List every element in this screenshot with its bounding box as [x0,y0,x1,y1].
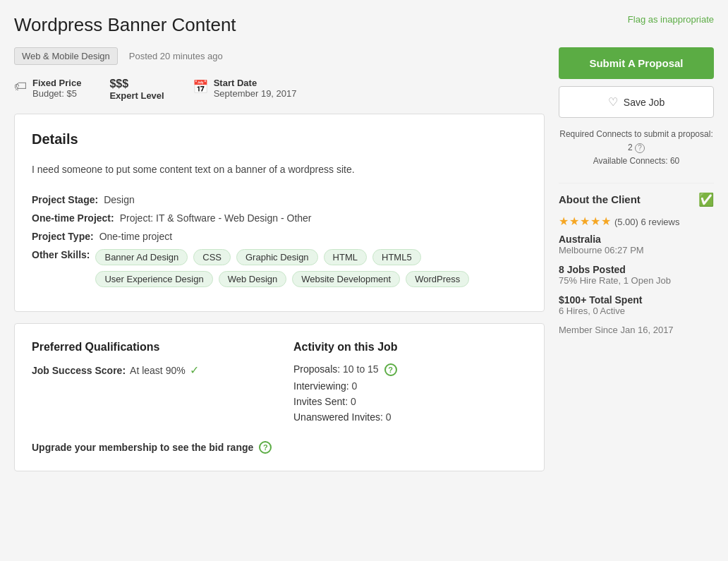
about-client-header: About the Client ✅ [559,192,714,207]
project-stage-label: Project Stage: [32,194,98,205]
one-time-label: One-time Project: [32,212,114,224]
one-time-value: Project: IT & Software - Web Design - Ot… [120,212,312,224]
flag-inappropriate-link[interactable]: Flag as inappropriate [628,14,714,25]
start-date-label: Start Date [214,78,297,88]
total-spent-stat: $100+ Total Spent 6 Hires, 0 Active [559,294,714,316]
job-success-label: Job Success Score: [32,365,126,376]
dollar-sign: $$$ [109,78,164,90]
about-client-section: About the Client ✅ ★★★★★ (5.00) 6 review… [559,192,714,335]
qualifications-title: Preferred Qualifications [32,341,265,354]
upgrade-row: Upgrade your membership to see the bid r… [32,441,527,454]
skills-row-label: Other Skills: Banner Ad DesignCSSGraphic… [32,249,527,287]
left-column: Web & Mobile Design Posted 20 minutes ag… [14,47,545,483]
skill-tag[interactable]: WordPress [406,271,469,287]
start-date-item: 📅 Start Date September 19, 2017 [193,78,297,99]
save-job-button[interactable]: ♡ Save Job [559,86,714,118]
skill-tag[interactable]: User Experience Design [95,271,212,287]
start-date-value: September 19, 2017 [214,88,297,99]
about-client-title: About the Client [559,193,641,205]
price-type-label: Fixed Price [32,78,81,88]
total-spent-label: $100+ Total Spent [559,294,714,306]
rating-text: (5.00) [614,217,641,227]
interviewing-label: Interviewing: [293,380,349,392]
unanswered-value: 0 [386,411,392,423]
available-connects: Available Connects: 60 [593,156,680,166]
connects-info: Required Connects to submit a proposal: … [559,128,714,169]
page-title: Wordpress Banner Content [14,14,236,36]
project-type-row: Project Type: One-time project [32,231,527,242]
skill-tag[interactable]: Banner Ad Design [95,249,188,265]
proposals-help-icon[interactable]: ? [384,363,397,376]
skill-tag[interactable]: Website Development [292,271,400,287]
upgrade-text: Upgrade your membership to see the bid r… [32,442,253,453]
job-details-bar: 🏷 Fixed Price Budget: $5 $$$ Expert Leve… [14,78,545,101]
invites-sent-value: 0 [351,396,356,407]
verified-icon: ✅ [698,192,714,207]
skill-tag[interactable]: Web Design [219,271,287,287]
bottom-card: Preferred Qualifications Job Success Sco… [14,323,545,471]
posted-time: Posted 20 minutes ago [129,51,223,61]
heart-icon: ♡ [608,95,618,109]
bottom-card-inner: Preferred Qualifications Job Success Sco… [32,341,527,427]
other-skills-label: Other Skills: [32,249,90,260]
expert-level-item: $$$ Expert Level [109,78,164,101]
project-stage-value: Design [104,194,135,205]
proposals-row: Proposals: 10 to 15 ? [293,363,527,376]
hire-rate-value: 75% Hire Rate, 1 Open Job [559,275,714,286]
star-rating: ★★★★★ [559,215,612,227]
interviewing-row: Interviewing: 0 [293,380,527,392]
qualifications-section: Preferred Qualifications Job Success Sco… [32,341,265,427]
divider-1 [559,183,714,183]
submit-proposal-button[interactable]: Submit A Proposal [559,47,714,79]
price-type-item: 🏷 Fixed Price Budget: $5 [14,78,81,99]
skill-tag[interactable]: HTML [324,249,367,265]
hires-active-value: 6 Hires, 0 Active [559,306,714,316]
review-count: 6 reviews [641,217,680,227]
check-icon: ✓ [190,363,199,377]
unanswered-invites-row: Unanswered Invites: 0 [293,411,527,423]
expert-level-label: Expert Level [109,90,164,101]
project-type-value: One-time project [99,231,172,242]
interviewing-value: 0 [351,380,357,392]
unanswered-label: Unanswered Invites: [293,411,383,423]
job-success-value: At least 90% [130,365,186,376]
meta-bar: Web & Mobile Design Posted 20 minutes ag… [14,47,545,65]
calendar-icon: 📅 [193,79,208,95]
skill-tag[interactable]: CSS [193,249,231,265]
upgrade-help-icon[interactable]: ? [259,441,272,454]
details-card-title: Details [32,131,527,147]
skill-tag[interactable]: Graphic Design [236,249,318,265]
details-card: Details I need someone to put some conte… [14,114,545,312]
category-badge[interactable]: Web & Mobile Design [14,47,118,65]
connects-help-icon[interactable]: ? [635,143,645,153]
job-description: I need someone to put some content text … [32,162,527,177]
client-city-time: Melbourne 06:27 PM [559,245,714,255]
budget-value: Budget: $5 [32,88,81,99]
skill-tag[interactable]: HTML5 [372,249,421,265]
right-column: Submit A Proposal ♡ Save Job Required Co… [559,47,714,483]
jobs-posted-stat: 8 Jobs Posted 75% Hire Rate, 1 Open Job [559,264,714,286]
client-rating-row: ★★★★★ (5.00) 6 reviews [559,215,714,228]
activity-section: Activity on this Job Proposals: 10 to 15… [293,341,527,427]
jobs-posted-label: 8 Jobs Posted [559,264,714,275]
invites-sent-label: Invites Sent: [293,396,348,407]
invites-sent-row: Invites Sent: 0 [293,396,527,407]
activity-title: Activity on this Job [293,341,527,354]
save-job-label: Save Job [624,97,665,108]
project-type-label: Project Type: [32,231,94,242]
client-location: Australia [559,234,714,245]
skills-container: Banner Ad DesignCSSGraphic DesignHTMLHTM… [95,249,527,287]
proposals-value: 10 to 15 [343,363,379,375]
member-since: Member Since Jan 16, 2017 [559,325,714,335]
one-time-project-row: One-time Project: Project: IT & Software… [32,212,527,224]
project-stage-row: Project Stage: Design [32,194,527,205]
proposals-label: Proposals: [293,363,340,375]
price-tag-icon: 🏷 [14,79,27,94]
job-success-row: Job Success Score: At least 90% ✓ [32,363,265,377]
